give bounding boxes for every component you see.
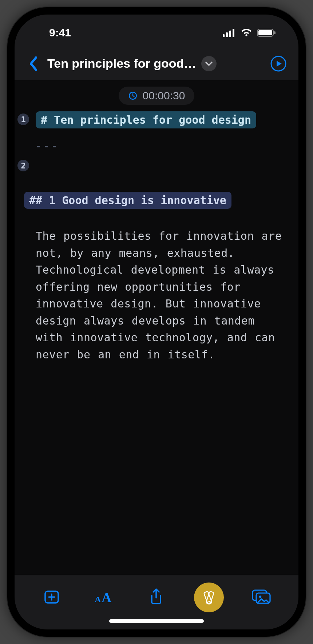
back-button[interactable] xyxy=(26,53,41,75)
image-button[interactable] xyxy=(247,583,276,612)
svg-point-17 xyxy=(259,596,261,598)
svg-point-13 xyxy=(208,600,210,603)
svg-rect-0 xyxy=(223,34,225,37)
play-icon xyxy=(270,56,286,72)
line-h2: ## 1 Good design is innovative xyxy=(33,192,288,209)
status-time: 9:41 xyxy=(49,27,71,39)
wifi-icon xyxy=(240,28,253,37)
chevron-left-icon xyxy=(29,56,38,71)
editor[interactable]: 1 # Ten principles for good design --- 2… xyxy=(15,108,298,575)
svg-text:A: A xyxy=(102,590,112,605)
font-button[interactable]: A A xyxy=(89,583,118,612)
page-title: Ten principles for good… xyxy=(47,56,196,71)
horizontal-rule[interactable]: --- xyxy=(33,128,288,155)
gutter-number: 2 xyxy=(17,160,29,171)
svg-rect-3 xyxy=(233,29,234,37)
share-icon xyxy=(148,588,164,607)
heading-1[interactable]: # Ten principles for good design xyxy=(36,111,256,128)
timer-row: 00:00:30 xyxy=(15,80,298,108)
line-h2-marker: 2 xyxy=(33,158,288,171)
theme-button[interactable] xyxy=(194,583,224,612)
svg-rect-6 xyxy=(274,31,276,34)
play-button[interactable] xyxy=(270,55,287,72)
title-dropdown[interactable]: Ten principles for good… xyxy=(47,56,217,71)
swatch-icon xyxy=(201,589,217,606)
font-size-icon: A A xyxy=(94,589,114,605)
body-paragraph[interactable]: The possibilities for innovation are not… xyxy=(33,209,288,363)
share-button[interactable] xyxy=(142,583,171,612)
timer-value: 00:00:30 xyxy=(143,90,185,102)
svg-rect-1 xyxy=(226,32,228,37)
photo-stack-icon xyxy=(251,589,272,605)
chevron-down-icon xyxy=(201,56,217,71)
plus-square-icon xyxy=(43,588,60,606)
status-indicators xyxy=(223,28,277,37)
timer-pill[interactable]: 00:00:30 xyxy=(119,87,195,105)
clock-icon xyxy=(128,91,138,100)
svg-text:A: A xyxy=(95,595,101,604)
svg-rect-2 xyxy=(229,31,231,37)
status-bar: 9:41 xyxy=(15,15,298,47)
nav-bar: Ten principles for good… xyxy=(15,47,298,80)
device-frame: 9:41 xyxy=(7,7,306,637)
battery-icon xyxy=(257,28,277,37)
add-button[interactable] xyxy=(37,583,66,612)
heading-2[interactable]: ## 1 Good design is innovative xyxy=(24,192,231,209)
cellular-icon xyxy=(223,28,236,37)
screen: 9:41 xyxy=(15,15,298,629)
line-h1: 1 # Ten principles for good design xyxy=(33,111,288,128)
gutter-number: 1 xyxy=(17,114,29,125)
svg-rect-5 xyxy=(258,30,272,35)
home-indicator[interactable] xyxy=(109,619,204,623)
